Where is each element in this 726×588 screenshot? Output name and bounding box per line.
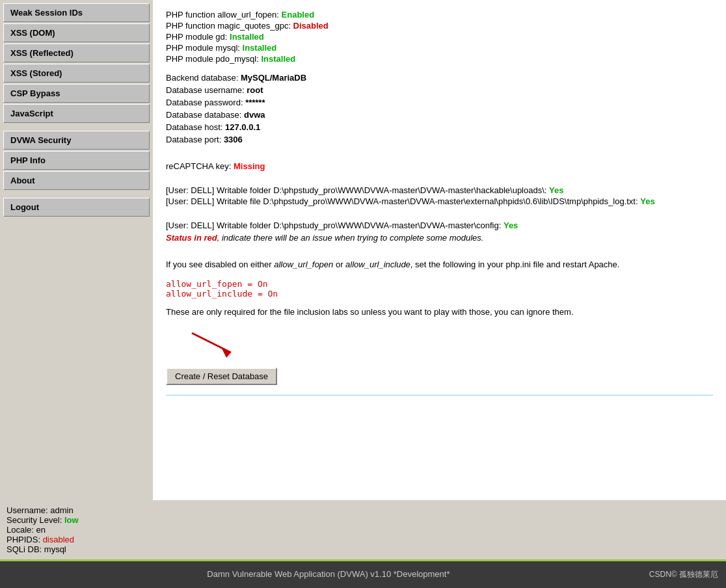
sidebar-item-label: XSS (Stored) [10,68,62,78]
sidebar-item-label: DVWA Security [10,135,71,145]
arrow-container [166,327,713,359]
php-check-gd: PHP module gd: Installed [166,32,713,42]
sidebar-item-php-info[interactable]: PHP Info [3,151,150,170]
sidebar-item-xss-stored[interactable]: XSS (Stored) [3,64,150,83]
sidebar: Weak Session IDs XSS (DOM) XSS (Reflecte… [0,0,153,500]
sidebar-item-label: JavaScript [10,109,53,118]
content-divider [166,395,713,395]
footer-phpids: PHPIDS: disabled [7,535,719,544]
sidebar-item-label: About [10,176,35,185]
code-line-1: allow_url_fopen = On [166,279,713,289]
arrow-icon [185,327,263,359]
db-username: Database username: root [166,85,713,95]
sidebar-item-xss-dom[interactable]: XSS (DOM) [3,23,150,42]
csdn-watermark: CSDN© 孤独德莱厄 [649,569,718,580]
sidebar-item-label: CSP Bypass [10,88,60,98]
sidebar-item-weak-session-ids[interactable]: Weak Session IDs [3,3,150,22]
php-check-allow-url-fopen: PHP function allow_url_fopen: Enabled [166,10,713,20]
db-password: Database password: ****** [166,98,713,107]
sidebar-item-dvwa-security[interactable]: DVWA Security [3,131,150,150]
code-line-2: allow_url_include = On [166,289,713,299]
recaptcha-value: Missing [234,161,265,171]
bottom-bar: Damn Vulnerable Web Application (DVWA) v… [0,559,726,588]
bottom-bar-text: Damn Vulnerable Web Application (DVWA) v… [207,569,450,579]
footer-locale: Locale: en [7,525,719,535]
php-check-magic-quotes: PHP function magic_quotes_gpc: Disabled [166,21,713,31]
status-red-notice: Status in red, indicate there will be an… [166,233,713,243]
db-info-section: Backend database: MySQL/MariaDB Database… [166,73,713,144]
sidebar-item-label: XSS (DOM) [10,28,55,38]
footer-sqli-db: SQLi DB: mysql [7,544,719,554]
allow-url-info: If you see disabled on either allow_url_… [166,260,713,269]
php-check-mysql: PHP module mysql: Installed [166,43,713,53]
sidebar-item-label: XSS (Reflected) [10,48,74,58]
ignore-text: These are only required for the file inc… [166,307,713,317]
writable-uploads: [User: DELL] Writable folder D:\phpstudy… [166,185,713,195]
php-checks-section: PHP function allow_url_fopen: Enabled PH… [166,10,713,64]
db-backend: Backend database: MySQL/MariaDB [166,73,713,83]
db-port: Database port: 3306 [166,135,713,144]
sidebar-item-csp-bypass[interactable]: CSP Bypass [3,84,150,103]
config-writable: [User: DELL] Writable folder D:\phpstudy… [166,220,713,230]
sidebar-item-logout[interactable]: Logout [3,198,150,217]
sidebar-item-javascript[interactable]: JavaScript [3,104,150,123]
footer-info-section: Username: admin Security Level: low Loca… [0,500,726,559]
recaptcha-section: reCAPTCHA key: Missing [166,161,713,171]
db-database: Database database: dvwa [166,110,713,120]
status-red-suffix: , indicate there will be an issue when t… [217,233,484,243]
footer-security-level: Security Level: low [7,515,719,525]
status-red-text: Status in red [166,233,217,243]
writable-phpids: [User: DELL] Writable file D:\phpstudy_p… [166,196,713,206]
sidebar-item-label: Logout [10,202,39,212]
create-reset-database-button[interactable]: Create / Reset Database [166,368,277,385]
sidebar-item-label: PHP Info [10,155,46,165]
sidebar-item-about[interactable]: About [3,171,150,190]
writable-section: [User: DELL] Writable folder D:\phpstudy… [166,185,713,206]
footer-username: Username: admin [7,505,719,515]
sidebar-item-xss-reflected[interactable]: XSS (Reflected) [3,44,150,62]
php-check-pdo-mysql: PHP module pdo_mysql: Installed [166,54,713,64]
code-block: allow_url_fopen = On allow_url_include =… [166,276,713,302]
main-content: PHP function allow_url_fopen: Enabled PH… [153,0,726,500]
sidebar-item-label: Weak Session IDs [10,8,83,18]
recaptcha-label: reCAPTCHA key: [166,161,234,171]
svg-marker-1 [221,347,231,358]
db-host: Database host: 127.0.0.1 [166,122,713,132]
